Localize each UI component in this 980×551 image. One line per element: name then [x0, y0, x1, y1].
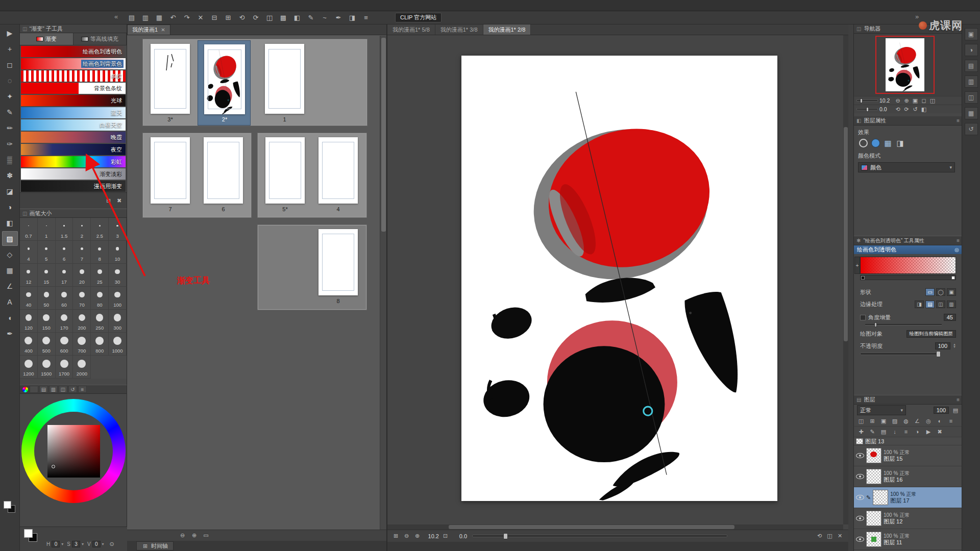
eraser-tool-icon[interactable]: ◪ [2, 184, 18, 198]
canvas-vertical-scrollbar[interactable] [843, 35, 848, 524]
gradient-preset-row[interactable]: 背景色条纹 [20, 82, 127, 94]
navigator-rotation-value[interactable]: 0.0 [879, 106, 893, 112]
history-panel-icon[interactable]: ↺ [965, 123, 978, 135]
page-thumbnail-4[interactable] [318, 137, 358, 204]
brush-size-cell[interactable]: 25 [91, 264, 109, 287]
color-wheel-icon[interactable] [22, 386, 29, 393]
magnifier-icon[interactable]: ◎ [954, 247, 959, 253]
redo-icon[interactable]: ↷ [181, 12, 193, 23]
hsv-field[interactable]: S 3 ▾ [67, 541, 84, 547]
brush-size-cell[interactable]: 600 [56, 333, 74, 356]
menu-item[interactable] [94, 0, 105, 11]
shape-tool-icon[interactable]: ◇ [2, 247, 18, 262]
pen-tool-icon[interactable]: ✎ [2, 105, 18, 119]
nav-fit-icon[interactable]: ▣ [912, 97, 919, 105]
tone-effect-icon[interactable]: ▦ [884, 139, 892, 147]
brush-size-cell[interactable]: 7 [73, 241, 91, 264]
page-manager-doc-tab[interactable]: 我的漫画1 ✕ [127, 24, 170, 35]
brush-size-cell[interactable]: 300 [109, 310, 127, 333]
brush-tool-icon[interactable]: ✑ [2, 136, 18, 151]
edge-repeat-icon[interactable]: ◫ [936, 300, 945, 308]
airbrush-tool-icon[interactable]: ▒ [2, 152, 18, 167]
vector-pen-icon[interactable]: ✒ [332, 12, 345, 23]
marquee-tool-icon[interactable]: ◻ [2, 57, 18, 72]
opacity-slider[interactable] [860, 353, 942, 355]
main-color-swatch[interactable] [24, 529, 33, 538]
panel-menu-icon[interactable]: ≡ [957, 118, 960, 123]
menu-item[interactable] [71, 0, 83, 11]
border-color-icon[interactable] [871, 139, 880, 147]
gradient-preset-row[interactable]: 漫画用渐变 [20, 180, 127, 192]
lasso-tool-icon[interactable]: ◌ [2, 73, 18, 88]
gradient-preset-row[interactable]: 条纹 [20, 70, 127, 82]
brush-size-cell[interactable]: 5 [38, 241, 56, 264]
spinner-down-icon[interactable]: ▼ [953, 346, 956, 348]
canvas-tab-1[interactable]: 我的漫画1* 5/8 [387, 24, 435, 35]
tab-gradient[interactable]: 渐变 [20, 33, 74, 45]
quick-access-panel-icon[interactable]: ▣ [965, 28, 978, 40]
material-color-panel-icon[interactable]: ◑ [965, 44, 978, 56]
shape-circle-icon[interactable]: ◯ [936, 288, 945, 296]
brush-size-cell[interactable]: 1200 [20, 356, 38, 379]
operation-tool-icon[interactable]: ▶ [2, 26, 18, 40]
brush-size-cell[interactable]: 3 [109, 218, 127, 241]
page-options-icon[interactable]: ▭ [202, 532, 210, 539]
panel-grip-icon[interactable]: ◫ [856, 26, 861, 32]
blend-cycle-icon[interactable]: ◫ [856, 417, 866, 425]
gradient-handle-track[interactable] [860, 275, 956, 280]
add-gradient-node-icon[interactable]: + [854, 257, 860, 274]
edge-smooth-icon[interactable]: ▤ [925, 300, 935, 308]
color-cursor[interactable] [52, 465, 55, 468]
brush-size-cell[interactable]: 150 [38, 310, 56, 333]
reset-rotation-icon[interactable]: ⟲ [815, 532, 824, 540]
brush-size-cell[interactable]: 170 [56, 310, 74, 333]
material-image-panel-icon[interactable]: ◫ [965, 91, 978, 104]
ruler-range-icon[interactable]: ∠ [912, 417, 922, 425]
brush-size-cell[interactable]: 4 [20, 241, 38, 264]
gradient-preset-row[interactable]: 蓝天 [20, 107, 127, 119]
frame-border-tool-icon[interactable]: ▦ [2, 263, 18, 278]
layer-row[interactable]: ✎ 100 % 正常 图层 16 [854, 466, 962, 487]
saturation-value-square[interactable] [47, 425, 100, 478]
gradient-handle-end[interactable] [951, 276, 955, 280]
page-thumbnail-1[interactable] [265, 44, 304, 114]
color-menu-icon[interactable]: ≡ [78, 386, 87, 393]
gradient-preset-row[interactable]: 晚霞 [20, 131, 127, 143]
stepper-icon[interactable]: ▾ [61, 542, 63, 546]
color-slider-icon[interactable]: ▤ [39, 386, 48, 393]
eye-icon[interactable] [856, 453, 864, 459]
page-thumbnail-2[interactable] [204, 44, 245, 114]
pencil-tool-icon[interactable]: ✏ [2, 120, 18, 135]
edge-none-icon[interactable]: ◨ [915, 300, 924, 308]
brush-size-cell[interactable]: 200 [73, 310, 91, 333]
material-manga-panel-icon[interactable]: ▥ [965, 76, 978, 88]
nav-flip-icon[interactable]: ◫ [929, 97, 936, 105]
fg-bg-color-swatches[interactable] [4, 501, 17, 514]
brush-size-cell[interactable]: 15 [38, 264, 56, 287]
copy-subtool-icon[interactable]: ⊞ [104, 197, 113, 205]
undo-icon[interactable]: ↶ [167, 12, 179, 23]
save-file-icon[interactable]: ▦ [153, 12, 165, 23]
open-file-icon[interactable]: ▥ [139, 12, 152, 23]
deselect-icon[interactable]: ⊟ [208, 12, 220, 23]
brush-size-cell[interactable]: 1700 [56, 356, 74, 379]
pen-settings-icon[interactable]: ✎ [305, 12, 317, 23]
gradient-handle-start[interactable] [861, 276, 865, 280]
canvas-tab-2[interactable]: 我的漫画1* 3/8 [435, 24, 483, 35]
curve-tool-icon[interactable]: ~ [318, 12, 331, 23]
menu-item[interactable] [105, 0, 116, 11]
navigator-zoom-value[interactable]: 10.2 [879, 97, 893, 104]
brush-size-cell[interactable]: 1500 [38, 356, 56, 379]
fill-tool-icon[interactable]: ◧ [2, 215, 18, 230]
lock-alpha-icon[interactable]: ▨ [890, 417, 900, 425]
color-mode-dropdown[interactable]: 颜色 ▾ [858, 162, 955, 172]
nav-rotate-ccw-icon[interactable]: ⟲ [894, 106, 901, 113]
nav-rotate-cw-icon[interactable]: ⟳ [903, 106, 910, 113]
panel-grip-icon[interactable]: ◫ [22, 211, 27, 216]
layer-color-effect-icon[interactable]: ◨ [896, 139, 904, 147]
nav-mirror-icon[interactable]: ◧ [920, 106, 927, 113]
angle-checkbox[interactable] [860, 315, 866, 320]
brush-size-cell[interactable]: 800 [91, 333, 109, 356]
panel-grip-icon[interactable]: ◧ [856, 118, 861, 123]
navigator-tab-label[interactable]: 导航器 [864, 25, 880, 33]
